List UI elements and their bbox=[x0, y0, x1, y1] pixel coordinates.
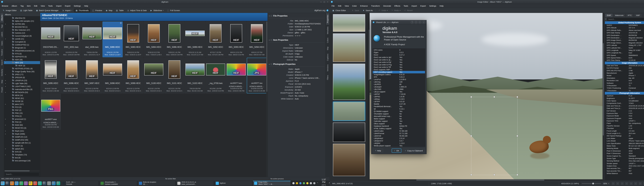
thumbbar-item-2[interactable] bbox=[333, 33, 365, 62]
component-row[interactable]: ImageMagick codecs6.9.10 bbox=[373, 73, 425, 76]
editor-titlebar[interactable]: Image Editor - Album "HEIC" — digiKam — … bbox=[330, 0, 644, 4]
toolbar-map[interactable]: ◉Map bbox=[104, 9, 114, 12]
exif-row[interactable]: YCbCr PositioningCentered bbox=[605, 87, 644, 89]
exif-row[interactable]: Focal Length4.0 mm bbox=[605, 130, 644, 132]
thumbnail-img_5092.heic[interactable]: HEIFIMG_5092.HEIC6/7/19 7:15 PMMod.: 6/7… bbox=[206, 22, 226, 57]
color-managed-toggle[interactable]: ▫ bbox=[620, 182, 624, 185]
launcher-icon-4[interactable] bbox=[15, 181, 18, 185]
tree-expander-icon[interactable]: ▸ bbox=[4, 124, 7, 126]
menu-tag[interactable]: Tag bbox=[20, 5, 24, 7]
exif-row[interactable]: Components Conf...YCbCr bbox=[605, 102, 644, 105]
selection-rectangle[interactable] bbox=[471, 97, 518, 175]
properties-section-header[interactable]: ▾Item Properties bbox=[268, 38, 324, 42]
component-row[interactable]: LibOpenCV3.4.7 bbox=[373, 140, 425, 142]
sidebar-tab-people[interactable]: People bbox=[0, 85, 4, 95]
tray-icon-6[interactable] bbox=[310, 182, 312, 184]
tree-item-test[interactable]: test (8) bbox=[4, 156, 40, 159]
tree-expander-icon[interactable]: ▸ bbox=[4, 23, 7, 25]
statusbar-button[interactable]: ▫ bbox=[634, 182, 638, 185]
exif-row[interactable]: GPS Longitude Re...East bbox=[605, 52, 644, 54]
album-search-input[interactable]: Search... bbox=[5, 172, 39, 176]
ok-button[interactable]: ✓OK bbox=[392, 149, 401, 153]
tree-item-dimgscale[interactable]: dimgscale (1) bbox=[4, 46, 40, 49]
tree-item-jpeg[interactable]: ▸JPEG (77) bbox=[4, 73, 40, 76]
exif-row[interactable]: Resolution Unitinch bbox=[605, 79, 644, 82]
thumbnail-pict0027.jpg[interactable]: JPGpict0027.jpgKONICA MINOL...5/15/06 6:… bbox=[247, 58, 267, 94]
zoom-combo[interactable]: 60% ▾ bbox=[602, 182, 610, 185]
tree-item-sample-with-thm[interactable]: sample with thm (1) bbox=[4, 141, 40, 144]
tree-item-hdr[interactable]: ▸HDR (39) bbox=[4, 58, 40, 61]
thumbnail-img_5102.heic[interactable]: HEIFIMG_5102.HEIC7/6/19 6:58 PMMod.: 9/1… bbox=[185, 58, 205, 94]
filter-icon[interactable]: ▽ bbox=[605, 18, 606, 20]
tree-expander-icon[interactable]: ▸ bbox=[4, 118, 7, 120]
tree-item-samples2[interactable]: SAMPLES2 (55) bbox=[4, 138, 40, 141]
component-row[interactable]: HTML Gallery supportYes bbox=[373, 127, 425, 130]
exif-row[interactable]: ISO Speed Ratings20 bbox=[605, 135, 644, 137]
statusbar-button[interactable]: ▫ bbox=[630, 182, 633, 185]
toolbar-full-screen[interactable]: ⬚Full Screen bbox=[166, 9, 182, 12]
thumbnail-img_5094.heic[interactable]: HEIFIMG_5094.HEIC6/9/19 2:57 PMMod.: 6/9… bbox=[247, 22, 267, 57]
selection-handle[interactable] bbox=[494, 96, 495, 98]
panel-tab-colors[interactable]: Colors bbox=[326, 36, 329, 45]
component-row[interactable]: Calendar supportYes bbox=[373, 120, 425, 122]
toolbar-redo[interactable]: ↷Redo▾ bbox=[390, 9, 402, 12]
tree-expander-icon[interactable]: ▸ bbox=[4, 80, 7, 81]
exif-row[interactable]: Sensing MethodOne-chip color area bbox=[605, 160, 644, 162]
thumbnail-dsc_3201.heic[interactable]: HEIFDSC_3201.heic10/2/09 6:32 PMMod.: 10… bbox=[61, 22, 82, 57]
toolbar-image-editor[interactable]: ✎Image Editor bbox=[1, 9, 18, 12]
tree-item-templates[interactable]: ▸Templates (73) bbox=[4, 153, 40, 156]
exif-row[interactable]: GPS Image Direct...65259/238 bbox=[605, 39, 644, 41]
toolbar-save-as[interactable]: ▼Save As bbox=[361, 9, 374, 12]
exif-row[interactable]: Exposure Time1/4167 s bbox=[605, 120, 644, 122]
exif-row[interactable]: Shutter speed1/4167 s bbox=[605, 162, 644, 165]
toolbar-batch-queue-manager[interactable]: ▣Batch Queue Manager bbox=[34, 9, 60, 12]
panel-tab-properties[interactable]: Properties bbox=[326, 13, 329, 25]
component-row[interactable]: Database backendQSQLITE bbox=[373, 125, 425, 127]
thumbbar-item-6[interactable] bbox=[333, 144, 365, 176]
tree-item-pano[interactable]: ▸pano (107) bbox=[4, 103, 40, 106]
tree-item-lighttable[interactable]: ▸LIGHTTABLE (192) bbox=[4, 85, 40, 88]
selection-handle[interactable] bbox=[516, 174, 518, 175]
toolbar-revert[interactable]: ↺Revert bbox=[402, 9, 414, 12]
zoom-slider[interactable] bbox=[582, 183, 601, 184]
component-row[interactable]: LibAVCodec57.89.100 bbox=[373, 130, 425, 132]
exif-row[interactable]: Exposure ProgramAuto bbox=[605, 117, 644, 120]
tab-makernote[interactable]: Makernote bbox=[613, 14, 626, 17]
tree-item-rep5[interactable]: ▸Rep5 (101) bbox=[4, 129, 40, 132]
shade-up-icon[interactable]: ˄ bbox=[418, 21, 421, 24]
sidebar-tab-tags[interactable]: Tags bbox=[0, 23, 4, 30]
tree-item-jpegxr[interactable]: JPEGXR (0) bbox=[4, 76, 40, 79]
task-digikam[interactable]: digiKam bbox=[214, 181, 252, 186]
component-row[interactable]: LibJPEG80 bbox=[373, 83, 425, 86]
properties-section-header[interactable]: ▾Photograph Properties bbox=[268, 62, 324, 66]
exif-row[interactable]: Date and Time (o...2019:05:26 14:20:20 bbox=[605, 107, 644, 110]
tree-expander-icon[interactable]: ▸ bbox=[4, 154, 7, 155]
exif-row[interactable]: GPS Time Stamp12:20:20 bbox=[605, 59, 644, 61]
thumbnail-img_5084.heic[interactable]: HEIFIMG_5084.HEIC5/26/19 9:22 PMMod.: 7/… bbox=[144, 22, 164, 57]
tree-item-test-cameragui[interactable]: test.cameragui (16) bbox=[4, 159, 40, 162]
thumbnail-img_5099.heic[interactable]: HEIFIMG_5099.HEIC6/22/19 12:29 PMMod.: 6… bbox=[123, 58, 143, 94]
component-row[interactable]: LibTIFF4.0.10 bbox=[373, 100, 425, 103]
tray-icon-7[interactable] bbox=[313, 182, 316, 184]
exif-row[interactable]: Sub-seconds Tim...957 bbox=[605, 170, 644, 172]
panel-tab-metadata[interactable]: Metadata bbox=[326, 25, 329, 36]
task-jdownloader-2-[interactable]: JDownloader 2 -Updates available! bbox=[100, 181, 137, 186]
exif-row[interactable]: GPS Image Direct...Magnetic direction bbox=[605, 42, 644, 44]
exif-row[interactable]: Lens Specification399/100 399/100 9/... bbox=[605, 142, 644, 145]
exif-row[interactable]: ApertureF1.8 bbox=[605, 95, 644, 97]
component-row[interactable]: Exiv2 can write to Jp...Yes bbox=[373, 59, 425, 61]
exif-row[interactable]: Metering ModeMulti-segment bbox=[605, 147, 644, 150]
toolbar-adjust-time-date[interactable]: ◷Adjust Time & Date bbox=[126, 9, 148, 12]
sidebar-tab-search[interactable]: Search bbox=[0, 58, 4, 67]
clock[interactable]: 1:37 PM (CET)11/9/19 bbox=[320, 178, 327, 186]
exif-row[interactable]: Subject Area2015 1511 2217 1330 bbox=[605, 165, 644, 167]
tree-item-new[interactable]: NEW (14) bbox=[4, 94, 40, 97]
sidebar-tab-labels[interactable]: Labels bbox=[0, 30, 4, 39]
menu-transform[interactable]: Transform bbox=[371, 5, 380, 7]
sidebar-tab-timeline[interactable]: Timeline bbox=[0, 47, 4, 58]
tray-icon-1[interactable] bbox=[292, 182, 294, 184]
exif-row[interactable]: GPS Destination ...65259/238 bbox=[605, 34, 644, 37]
exif-row[interactable]: Y-Resolution72 bbox=[605, 89, 644, 92]
tray-icon-5[interactable] bbox=[306, 182, 308, 184]
component-row[interactable]: Exiv2 can write to PgfYes bbox=[373, 61, 425, 64]
